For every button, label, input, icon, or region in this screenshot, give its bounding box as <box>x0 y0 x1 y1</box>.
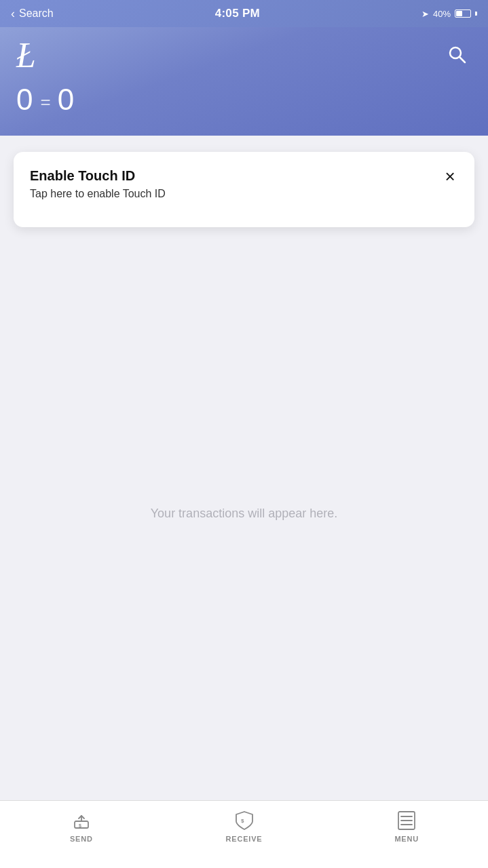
battery-percent: 40% <box>433 9 451 19</box>
svg-text:$: $ <box>241 818 244 824</box>
back-label: Search <box>19 7 54 20</box>
card-title: Enable Touch ID <box>30 168 458 184</box>
back-icon: ‹ <box>11 7 15 21</box>
balance-row: 0 = 0 <box>16 83 472 117</box>
main-content: Enable Touch ID Tap here to enable Touch… <box>0 136 488 800</box>
tab-menu-label: MENU <box>394 835 419 843</box>
empty-state-text: Your transactions will appear here. <box>151 507 338 521</box>
tab-menu[interactable]: MENU <box>325 809 488 843</box>
send-icon: $ <box>71 809 92 831</box>
tab-receive[interactable]: $ RECEIVE <box>163 809 326 843</box>
tab-receive-label: RECEIVE <box>226 835 263 843</box>
ltc-logo: Ł <box>16 38 472 73</box>
card-close-button[interactable]: × <box>438 164 462 189</box>
empty-state: Your transactions will appear here. <box>14 243 474 784</box>
location-icon: ➤ <box>421 9 429 19</box>
battery-tip <box>475 12 477 16</box>
search-button[interactable] <box>442 39 472 69</box>
svg-text:$: $ <box>79 823 81 829</box>
status-back[interactable]: ‹ Search <box>11 7 54 21</box>
svg-rect-2 <box>75 821 88 828</box>
search-icon <box>447 44 467 64</box>
touch-id-card[interactable]: Enable Touch ID Tap here to enable Touch… <box>14 152 474 227</box>
tab-bar: $ SEND $ RECEIVE MENU <box>0 800 488 868</box>
status-time: 4:05 PM <box>215 7 260 20</box>
receive-icon: $ <box>233 809 255 831</box>
status-indicators: ➤ 40% <box>421 9 477 19</box>
balance-main: 0 <box>16 83 33 117</box>
card-subtitle: Tap here to enable Touch ID <box>30 188 458 200</box>
close-icon: × <box>445 166 455 187</box>
tab-send-label: SEND <box>70 835 93 843</box>
menu-icon <box>396 809 417 831</box>
tab-send[interactable]: $ SEND <box>0 809 163 843</box>
battery-icon <box>455 9 471 18</box>
balance-fiat: 0 <box>58 83 75 117</box>
status-bar: ‹ Search 4:05 PM ➤ 40% <box>0 0 488 27</box>
header: Ł 0 = 0 <box>0 27 488 136</box>
svg-line-1 <box>459 57 465 62</box>
balance-eq: = <box>40 92 50 113</box>
